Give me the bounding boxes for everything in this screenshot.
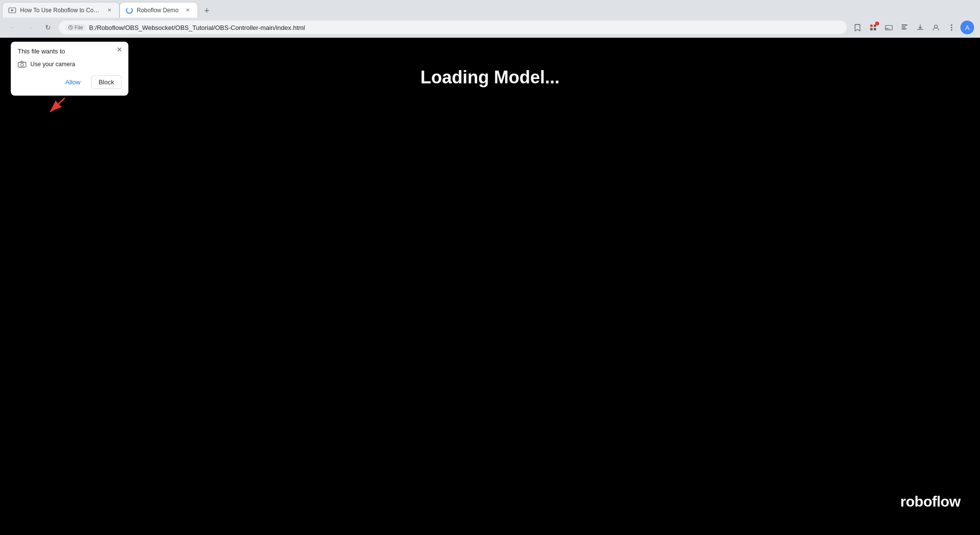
svg-rect-12 [902, 28, 906, 29]
svg-rect-8 [874, 28, 876, 30]
toolbar-actions: A [851, 21, 974, 34]
tab1-title: How To Use Roboflow to Contr... [20, 7, 101, 14]
tab1-favicon [8, 6, 16, 14]
svg-point-16 [951, 29, 953, 31]
cast-button[interactable] [882, 21, 896, 34]
tab1-close-button[interactable]: ✕ [105, 6, 113, 14]
reload-button[interactable]: ↻ [41, 21, 55, 34]
url-scheme-badge: File [65, 24, 86, 31]
camera-icon [18, 60, 26, 69]
loading-model-text: Loading Model... [420, 67, 560, 88]
bookmark-button[interactable] [851, 21, 864, 34]
extensions-button[interactable] [866, 21, 880, 34]
downloads-button[interactable] [913, 21, 927, 34]
forward-button[interactable]: → [24, 21, 37, 34]
page-content: ✕ This file wants to Use your camera All… [0, 38, 980, 522]
svg-point-18 [21, 63, 24, 66]
svg-point-13 [934, 25, 937, 28]
new-tab-button[interactable]: + [200, 4, 214, 18]
svg-rect-5 [870, 25, 873, 27]
svg-rect-7 [870, 28, 873, 30]
svg-rect-11 [902, 26, 906, 27]
svg-line-4 [71, 27, 72, 28]
svg-point-14 [951, 25, 953, 26]
svg-point-15 [951, 27, 953, 28]
url-bar[interactable]: File B:/Roboflow/OBS_Websocket/OBS_Tutor… [59, 21, 847, 34]
tab-2[interactable]: Roboflow Demo ✕ [120, 2, 198, 18]
tab2-title: Roboflow Demo [137, 7, 180, 14]
permission-label: Use your camera [30, 61, 75, 68]
svg-marker-1 [11, 9, 14, 11]
svg-line-20 [50, 98, 65, 112]
roboflow-brand: roboflow [900, 493, 960, 510]
tab-1[interactable]: How To Use Roboflow to Contr... ✕ [2, 2, 120, 18]
popup-title: This file wants to [18, 48, 122, 55]
allow-button[interactable]: Allow [58, 76, 87, 89]
block-button[interactable]: Block [91, 76, 122, 89]
svg-rect-10 [902, 25, 907, 25]
popup-close-button[interactable]: ✕ [115, 45, 124, 54]
permission-popup: ✕ This file wants to Use your camera All… [11, 42, 128, 96]
permission-row: Use your camera [18, 60, 122, 69]
url-scheme-text: File [74, 25, 83, 30]
tab2-close-button[interactable]: ✕ [184, 6, 192, 14]
popup-actions: Allow Block [18, 76, 122, 89]
back-button[interactable]: ← [6, 21, 20, 34]
svg-rect-6 [874, 25, 876, 27]
reading-list-button[interactable] [898, 21, 911, 34]
menu-button[interactable] [945, 21, 958, 34]
browser-chrome: How To Use Roboflow to Contr... ✕ Robofl… [0, 0, 980, 38]
profile-button[interactable]: A [960, 21, 974, 34]
account-button[interactable] [929, 21, 943, 34]
red-arrow-annotation [45, 93, 65, 113]
url-path-text: B:/Roboflow/OBS_Websocket/OBS_Tutorial/O… [89, 24, 305, 31]
address-bar: ← → ↻ File B:/Roboflow/OBS_Websocket/OBS… [0, 18, 980, 37]
tabs-bar: How To Use Roboflow to Contr... ✕ Robofl… [0, 0, 980, 18]
tab2-spinner [126, 7, 133, 14]
